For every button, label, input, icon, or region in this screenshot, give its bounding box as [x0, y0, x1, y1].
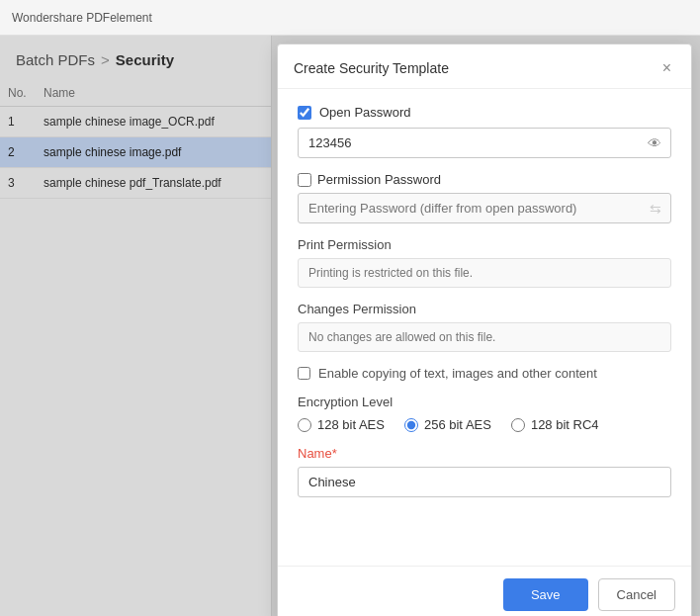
encryption-level-label: Encryption Level [298, 395, 671, 409]
radio-128rc4: 128 bit RC4 [511, 417, 599, 432]
eye-icon[interactable]: 👁 [648, 135, 661, 151]
radio-128aes-label: 128 bit AES [317, 417, 385, 432]
changes-permission-section: Changes Permission [298, 302, 671, 352]
print-permission-section: Print Permission [298, 237, 671, 288]
modal-overlay: Create Security Template × Open Password… [0, 36, 700, 616]
radio-256aes-input[interactable] [404, 418, 418, 432]
open-password-checkbox[interactable] [298, 106, 311, 120]
changes-permission-input [298, 322, 671, 352]
radio-128aes-input[interactable] [298, 418, 311, 432]
enable-copying-label: Enable copying of text, images and other… [318, 366, 597, 381]
print-permission-label: Print Permission [298, 237, 671, 252]
open-password-checkbox-row: Open Password [298, 105, 671, 120]
encryption-level-section: Encryption Level 128 bit AES 256 bit AES [298, 395, 671, 432]
enable-copying-checkbox[interactable] [298, 367, 310, 380]
save-button[interactable]: Save [503, 578, 588, 611]
radio-128rc4-input[interactable] [511, 418, 525, 432]
radio-128rc4-label: 128 bit RC4 [531, 417, 599, 432]
encryption-radio-group: 128 bit AES 256 bit AES 128 bit RC4 [298, 417, 671, 432]
print-permission-input [298, 258, 671, 288]
permission-password-section: Permission Password ⇆ [298, 172, 671, 223]
name-input[interactable] [298, 467, 671, 497]
close-button[interactable]: × [658, 58, 675, 78]
radio-256aes: 256 bit AES [404, 417, 491, 432]
permission-eye-icon: ⇆ [650, 201, 661, 217]
radio-256aes-label: 256 bit AES [424, 417, 491, 432]
name-label: Name* [298, 446, 671, 461]
app-title: Wondershare PDFelement [12, 11, 152, 25]
permission-password-checkbox-row: Permission Password [298, 172, 671, 187]
open-password-section: Open Password 👁 [298, 105, 671, 158]
permission-password-input [298, 193, 671, 223]
title-bar: Wondershare PDFelement [0, 0, 700, 36]
permission-password-checkbox[interactable] [298, 173, 311, 187]
modal-body: Open Password 👁 Permission Password [278, 89, 691, 566]
radio-128aes: 128 bit AES [298, 417, 385, 432]
changes-permission-label: Changes Permission [298, 302, 671, 316]
name-section: Name* [298, 446, 671, 497]
open-password-input[interactable] [298, 128, 671, 158]
name-required-mark: * [332, 446, 337, 461]
create-security-modal: Create Security Template × Open Password… [277, 44, 692, 616]
permission-password-label: Permission Password [317, 172, 441, 187]
enable-copying-row: Enable copying of text, images and other… [298, 366, 671, 381]
modal-title: Create Security Template [294, 60, 449, 76]
main-container: Batch PDFs > Security No. Name 1sample c… [0, 36, 700, 616]
permission-password-input-wrapper: ⇆ [298, 193, 671, 223]
modal-footer: Save Cancel [278, 566, 691, 616]
cancel-button[interactable]: Cancel [598, 578, 675, 611]
modal-header: Create Security Template × [278, 44, 691, 89]
open-password-input-wrapper: 👁 [298, 128, 671, 158]
open-password-label: Open Password [319, 105, 411, 120]
